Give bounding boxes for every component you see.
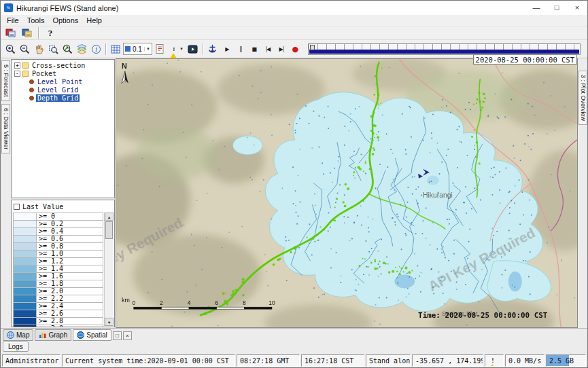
collapse-icon[interactable]: - [14, 71, 20, 77]
play-button[interactable]: ▶ [220, 42, 234, 56]
layers-icon[interactable] [75, 42, 88, 56]
skip-to-end-button[interactable]: ▶| [275, 42, 288, 56]
layer-dot-icon [29, 96, 34, 100]
maximize-button[interactable]: □ [547, 1, 567, 15]
warning-icon: ! [169, 45, 179, 53]
menu-file[interactable]: File [3, 16, 23, 25]
last-value-checkbox[interactable] [14, 204, 20, 210]
grid-value-combo[interactable]: 0.1 ▼ [123, 43, 152, 55]
database-display-icon[interactable] [3, 26, 17, 40]
legend-value-label: >= 0.4 [37, 228, 103, 235]
animation-export-icon[interactable] [186, 42, 200, 56]
time-slider-handle[interactable] [310, 45, 315, 50]
report-icon[interactable] [153, 42, 167, 56]
tab-map-label: Map [16, 331, 29, 339]
scroll-down-icon[interactable]: ▼ [105, 318, 114, 326]
zoom-region-icon[interactable] [46, 42, 60, 56]
window-title: Hikurangi FEWS (Stand alone) [16, 4, 118, 12]
tree-label[interactable]: Level Point [36, 78, 84, 86]
map-display-icon[interactable] [20, 26, 33, 40]
tree-label[interactable]: Cross-section [31, 62, 86, 69]
time-slider[interactable] [308, 43, 581, 55]
tree-item-depth-grid[interactable]: Depth Grid [12, 94, 114, 102]
legend-value-label: >= 0.6 [37, 236, 103, 242]
tab-map[interactable]: Map [3, 329, 33, 341]
tab-spatial-label: Spatial [86, 331, 107, 339]
legend-value-label: >= 1.2 [37, 258, 103, 265]
help-button[interactable]: ? [44, 26, 57, 40]
time-slider-ticks [309, 44, 580, 50]
app-icon: ≈ [4, 3, 13, 12]
panel-close-button[interactable]: × [123, 331, 132, 340]
grid-class-swatch [125, 46, 131, 52]
tree-label[interactable]: Pocket [31, 70, 58, 77]
legend-scrollbar[interactable]: ▲ ▼ [104, 213, 114, 326]
scrollbar-track[interactable] [105, 240, 114, 318]
close-button[interactable]: × [567, 1, 587, 15]
warning-icon: ! [488, 356, 498, 365]
tab-graph[interactable]: Graph [35, 329, 71, 341]
legend-value-label: >= 0 [37, 213, 103, 220]
minimize-button[interactable]: — [526, 1, 547, 15]
layer-tree: +Cross-section-PocketLevel PointLevel Gr… [11, 59, 115, 198]
layer-dot-icon [29, 88, 34, 92]
pause-button[interactable]: || [234, 42, 247, 56]
logs-button[interactable]: Logs [3, 342, 29, 352]
tab-plot-overview[interactable]: 3 : Plot Overview [578, 71, 587, 125]
menu-help[interactable]: Help [82, 16, 106, 25]
chevron-down-icon[interactable]: ▼ [144, 47, 150, 51]
legend-value-label: >= 3.0 [37, 325, 103, 327]
expand-icon[interactable]: + [14, 62, 20, 69]
toolbar-separator [105, 43, 106, 55]
legend-color-swatch [14, 258, 37, 265]
tab-spatial[interactable]: Spatial [73, 329, 111, 341]
profile-tool-icon[interactable] [206, 42, 220, 56]
legend-panel: Last Value >= 0>= 0.2>= 0.4>= 0.6>= 0.8>… [11, 200, 115, 327]
record-button[interactable]: ● [288, 42, 302, 56]
folder-icon [22, 71, 29, 77]
legend-color-swatch [14, 318, 37, 325]
skip-to-start-button[interactable]: |◀ [261, 42, 275, 56]
tree-label[interactable]: Level Grid [36, 86, 80, 94]
map-canvas[interactable]: API Key Required API Key Required Hikura… [116, 59, 577, 327]
svg-text:6: 6 [215, 299, 218, 306]
map-time-label: Time: 2020-08-25 00:00:00 CST [418, 311, 548, 320]
svg-text:km: km [122, 297, 130, 303]
warning-dropdown[interactable]: ! ▼ [167, 42, 186, 56]
app-window: ≈ Hikurangi FEWS (Stand alone) — □ × Fil… [0, 0, 588, 368]
zoom-in-icon[interactable] [3, 42, 17, 56]
tree-item-level-point[interactable]: Level Point [12, 77, 114, 86]
playback-controls: ▶||■|◀▶|● [220, 42, 302, 56]
menu-tools[interactable]: Tools [23, 16, 49, 25]
folder-icon [22, 62, 29, 69]
legend-value-label: >= 2.2 [37, 295, 103, 302]
map-view[interactable]: API Key Required API Key Required Hikura… [116, 58, 578, 328]
menu-options[interactable]: Options [48, 16, 82, 25]
status-system-time: Current system time:2020-09-01 00:00 CST [62, 354, 235, 367]
legend-value-label: >= 0.8 [37, 243, 103, 250]
tab-data-viewer[interactable]: 6 : Data Viewer [1, 104, 10, 153]
layer-panel: +Cross-section-PocketLevel PointLevel Gr… [10, 58, 116, 328]
label-hikurangi: Hikurangi [423, 191, 453, 199]
scrollbar-thumb[interactable] [105, 221, 113, 239]
scroll-up-icon[interactable]: ▲ [105, 213, 114, 221]
pan-icon[interactable] [32, 42, 46, 56]
tree-item-level-grid[interactable]: Level Grid [12, 86, 114, 94]
left-tab-strip: 5 : Forecast 6 : Data Viewer [1, 58, 10, 328]
legend-row: >= 3.0 [14, 325, 103, 327]
legend-color-swatch [14, 236, 37, 242]
legend-value-label: >= 2.4 [37, 303, 103, 310]
zoom-extent-icon[interactable] [60, 42, 74, 56]
stop-button[interactable]: ■ [247, 42, 261, 56]
tree-item-pocket[interactable]: -Pocket [12, 69, 114, 77]
info-icon[interactable]: i [89, 42, 103, 56]
status-network-speed: 0.0 MB/s [505, 354, 544, 367]
panel-float-button[interactable]: □ [113, 331, 122, 340]
legend-color-swatch [14, 310, 37, 317]
zoom-out-icon[interactable] [18, 42, 31, 56]
tree-item-cross-section[interactable]: +Cross-section [12, 61, 114, 69]
tree-label[interactable]: Depth Grid [36, 94, 80, 102]
status-mode: Stand alone [366, 354, 411, 367]
tab-forecast[interactable]: 5 : Forecast [1, 60, 10, 101]
grid-display-icon[interactable] [109, 42, 122, 56]
